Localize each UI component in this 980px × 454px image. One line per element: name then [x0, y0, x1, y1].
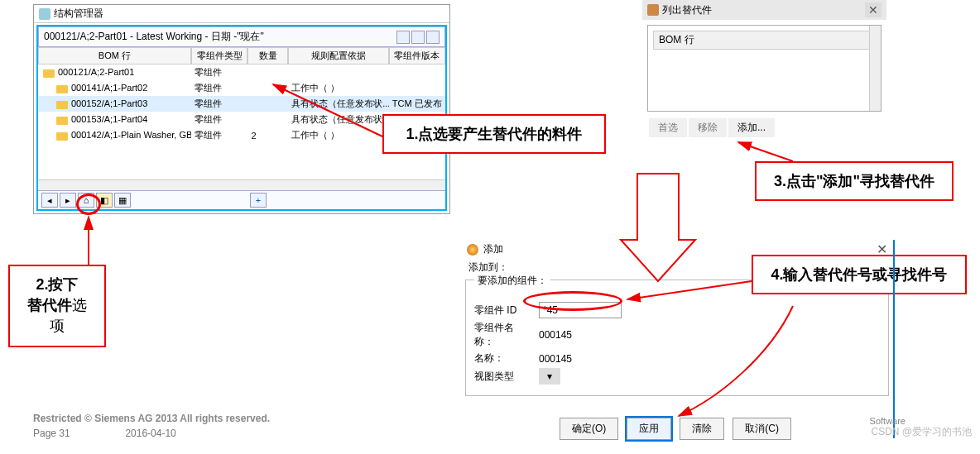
col-qty[interactable]: 数量 [247, 47, 288, 65]
tool-substitute-icon[interactable]: ◧ [96, 193, 113, 208]
cell-rule: 具有状态（任意发布状... [288, 112, 389, 127]
pref-button[interactable]: 首选 [649, 118, 687, 137]
cell-name: 000152/A;1-Part03 [38, 98, 191, 109]
cell-name: 000121/A;2-Part01 [38, 66, 191, 78]
cell-type: 零组件 [191, 97, 247, 111]
comp-id-label: 零组件 ID [474, 303, 532, 318]
footer: Restricted © Siemens AG 2013 All rights … [33, 413, 270, 439]
table-row[interactable]: 000152/A;1-Part03零组件具有状态（任意发布状...TCM 已发布 [38, 96, 445, 112]
folder-icon [56, 101, 68, 109]
cell-type: 零组件 [191, 112, 247, 127]
sub-list-area: BOM 行 [647, 25, 882, 112]
watermark: CSDN @爱学习的书池 [871, 425, 972, 439]
sub-panel-header: 列出替代件 ✕ [642, 0, 886, 20]
h-scrollbar[interactable] [38, 179, 445, 191]
structure-manager-window: 结构管理器 000121/A;2-Part01 - Latest Working… [33, 4, 450, 214]
footer-rights: Restricted © Siemens AG 2013 All rights … [33, 413, 270, 424]
cell-type: 零组件 [191, 65, 247, 79]
sub-list-header[interactable]: BOM 行 [653, 31, 876, 50]
apply-button[interactable]: 应用 [627, 418, 671, 440]
table-row[interactable]: 000141/A;1-Part02零组件工作中（ ） [38, 80, 445, 96]
svg-line-2 [738, 142, 793, 161]
cell-rule: 具有状态（任意发布状... [288, 97, 389, 111]
tool-home-icon[interactable]: ⌂ [78, 193, 94, 208]
cell-qty [247, 103, 288, 105]
cell-qty [247, 72, 288, 74]
col-rule[interactable]: 规则配置依据 [288, 47, 389, 65]
folder-icon [56, 132, 68, 141]
tool-add-icon[interactable]: + [250, 193, 267, 208]
view-icon-3[interactable] [426, 31, 440, 44]
annotation-4: 4.输入替代件号或寻找件号 [752, 255, 967, 294]
sub-btn-row: 首选 移除 添加... [642, 117, 886, 139]
cell-rule: 工作中（ ） [288, 81, 389, 95]
col-ver[interactable]: 零组件版本 [389, 47, 445, 65]
dialog-button-row: 确定(O) 应用 清除 取消(C) [560, 418, 791, 440]
cell-name: 000153/A;1-Part04 [38, 113, 191, 125]
sub-panel-title: 列出替代件 [662, 3, 712, 17]
annotation-3: 3.点击"添加"寻找替代件 [755, 161, 954, 201]
cell-name: 000142/A;1-Plain Washer, GB x 2 [38, 129, 191, 141]
row-name: 名称： 000145 [474, 351, 880, 366]
view-icon-2[interactable] [411, 31, 425, 44]
breadcrumb-tools [396, 31, 440, 44]
cell-rule [288, 72, 389, 74]
sub-panel-icon [647, 4, 659, 16]
bottom-toolbar: ◂ ▸ ⌂ ◧ ▦ + [38, 190, 445, 209]
folder-icon [43, 69, 55, 78]
folder-icon [56, 117, 68, 125]
cell-ver [389, 88, 445, 89]
software-tag: Software [870, 416, 906, 426]
name-value: 000145 [539, 353, 572, 365]
cell-name: 000141/A;1-Part02 [38, 82, 191, 93]
cell-ver: TCM 已发布 [389, 97, 445, 111]
footer-date: 2016-04-10 [125, 428, 175, 439]
cancel-button[interactable]: 取消(C) [733, 418, 791, 440]
add-fieldset: 要添加的组件： 零组件 ID 零组件名称： 000145 名称： 000145 … [465, 280, 889, 396]
add-button[interactable]: 添加... [728, 118, 775, 137]
view-type-label: 视图类型 [474, 370, 532, 384]
row-comp-id: 零组件 ID [474, 302, 880, 318]
struct-app-icon [39, 8, 50, 20]
comp-name-label: 零组件名称： [474, 321, 532, 349]
tool-extra-icon[interactable]: ▦ [114, 193, 131, 208]
breadcrumb-row: 000121/A;2-Part01 - Latest Working - 日期 … [38, 26, 445, 47]
cell-qty [247, 119, 288, 121]
row-comp-name: 零组件名称： 000145 [474, 321, 880, 349]
annotation-2: 2.按下 替代件选项 [8, 265, 106, 347]
fieldset-legend: 要添加的组件： [474, 274, 550, 288]
add-dlg-title: 添加 [483, 242, 503, 256]
list-substitutes-panel: 列出替代件 ✕ BOM 行 首选 移除 添加... [642, 0, 886, 139]
cell-qty [247, 88, 288, 89]
col-bom[interactable]: BOM 行 [38, 47, 191, 65]
ok-button[interactable]: 确定(O) [560, 418, 618, 440]
row-view-type: 视图类型 ▾ [474, 368, 880, 385]
view-type-dropdown[interactable]: ▾ [539, 368, 560, 385]
close-icon[interactable]: ✕ [865, 2, 882, 17]
add-dlg-icon [467, 244, 478, 256]
comp-name-value: 000145 [539, 329, 572, 341]
annotation-1: 1.点选要产生替代件的料件 [382, 114, 606, 154]
breadcrumb-path: 000121/A;2-Part01 - Latest Working - 日期 … [44, 30, 264, 44]
v-scrollbar[interactable] [869, 26, 881, 111]
name-label: 名称： [474, 351, 532, 366]
table-header: BOM 行 零组件类型 数量 规则配置依据 零组件版本 [38, 47, 445, 65]
tool-nav-2[interactable]: ▸ [60, 193, 76, 208]
footer-page: Page 31 [33, 428, 70, 439]
col-type[interactable]: 零组件类型 [191, 47, 247, 65]
remove-button[interactable]: 移除 [689, 118, 727, 137]
tool-nav-1[interactable]: ◂ [41, 193, 58, 208]
clear-button[interactable]: 清除 [680, 418, 724, 440]
struct-titlebar: 结构管理器 [34, 5, 449, 23]
cell-ver [389, 72, 445, 74]
comp-id-input[interactable] [539, 302, 622, 318]
cell-rule: 工作中（ ） [288, 128, 389, 142]
view-icon-1[interactable] [396, 31, 410, 44]
cell-type: 零组件 [191, 128, 247, 142]
cell-qty: 2 [247, 130, 288, 141]
struct-title: 结构管理器 [54, 7, 103, 21]
folder-icon [56, 85, 68, 93]
table-row[interactable]: 000121/A;2-Part01零组件 [38, 65, 445, 80]
cell-type: 零组件 [191, 81, 247, 95]
